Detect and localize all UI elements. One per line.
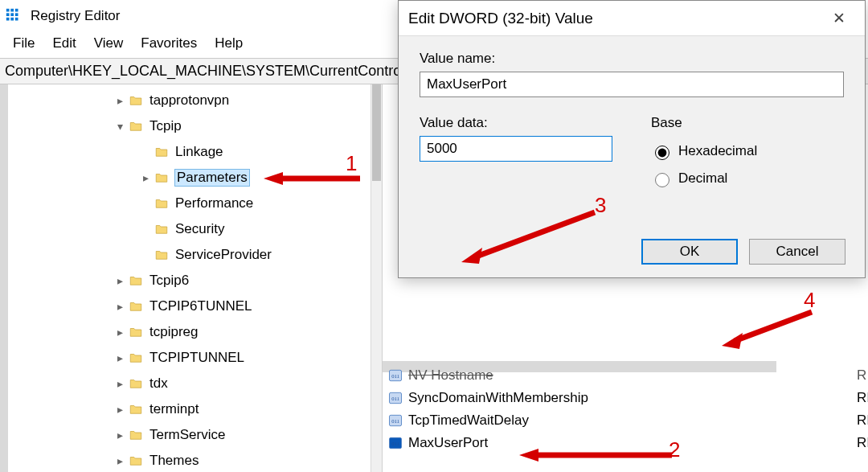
expand-toggle[interactable]: ▸ (114, 377, 125, 390)
tree-item-label: TermService (149, 427, 225, 443)
tree-item[interactable]: ▸TCPIPTUNNEL (0, 345, 371, 371)
tree-item-label: Themes (149, 453, 199, 469)
folder-icon (129, 325, 143, 339)
tree-item-label: Tcpip (149, 118, 182, 134)
tree-item[interactable]: ▸TermService (0, 422, 371, 448)
tree-item[interactable]: ▸tapprotonvpn (0, 88, 371, 113)
svg-text:011: 011 (391, 441, 399, 446)
tree-item[interactable]: Linkage (0, 139, 371, 165)
tree-item-label: terminpt (149, 401, 199, 417)
tree-item-label: Parameters (175, 170, 249, 186)
value-name-field[interactable] (420, 72, 844, 97)
reg-dword-icon: 011 (387, 412, 403, 429)
value-type-prefix: RI (857, 390, 868, 406)
expand-toggle[interactable]: ▸ (114, 403, 125, 416)
value-name: TcpTimedWaitDelay (408, 412, 857, 429)
value-data-label: Value data: (420, 115, 612, 131)
svg-rect-3 (6, 13, 10, 16)
tree-item[interactable]: ▾Tcpip (0, 113, 371, 139)
tree-scrollbar[interactable] (371, 84, 382, 472)
app-grid-icon (5, 7, 23, 25)
tree-item[interactable]: ServiceProvider (0, 242, 371, 268)
radio-dec-label: Decimal (678, 170, 727, 187)
expand-toggle[interactable]: ▾ (114, 120, 125, 133)
close-icon: ✕ (833, 9, 845, 27)
radio-hexadecimal[interactable] (655, 146, 669, 160)
expand-toggle[interactable]: ▸ (114, 429, 125, 441)
tree-item[interactable]: ▸tdx (0, 371, 371, 396)
tree-item-label: Linkage (175, 144, 223, 160)
folder-icon (154, 248, 169, 262)
svg-rect-4 (10, 13, 14, 16)
value-name: SyncDomainWithMembership (408, 390, 857, 406)
menu-file[interactable]: File (6, 34, 41, 53)
radio-decimal[interactable] (655, 173, 669, 187)
cancel-button[interactable]: Cancel (749, 239, 845, 265)
svg-rect-1 (10, 9, 14, 12)
tree-item-label: Performance (175, 195, 253, 211)
folder-icon (154, 145, 169, 159)
tree-item-label: tdx (149, 376, 168, 392)
scroll-thumb[interactable] (372, 84, 381, 181)
tree-item[interactable]: ▸tcpipreg (0, 319, 371, 345)
value-data-field[interactable] (420, 136, 612, 162)
tree-item[interactable]: ▸Parameters (0, 165, 371, 191)
reg-dword-icon: 011 (387, 435, 403, 451)
expand-toggle[interactable]: ▸ (114, 454, 125, 467)
value-row[interactable]: 011NV HostnameR (387, 364, 868, 387)
value-row[interactable]: 011SyncDomainWithMembershipRI (387, 387, 868, 409)
tree-item-label: Security (175, 221, 224, 237)
tree-item-label: tapprotonvpn (149, 92, 229, 109)
dialog-titlebar: Edit DWORD (32-bit) Value ✕ (399, 1, 865, 36)
folder-icon (129, 402, 143, 417)
menu-favorites[interactable]: Favorites (134, 34, 203, 53)
tree-item[interactable]: ▸terminpt (0, 396, 371, 422)
value-type-prefix: RI (857, 435, 868, 451)
svg-rect-2 (15, 9, 18, 12)
svg-rect-8 (15, 18, 18, 21)
value-type-prefix: RI (857, 412, 868, 429)
svg-rect-0 (6, 9, 10, 12)
window-title: Registry Editor (31, 8, 120, 24)
expand-toggle[interactable]: ▸ (114, 274, 125, 287)
tree-item[interactable]: Performance (0, 191, 371, 216)
tree-item[interactable]: Security (0, 216, 371, 242)
folder-icon (154, 170, 169, 185)
svg-rect-6 (6, 18, 10, 21)
value-name: MaxUserPort (408, 435, 857, 451)
expand-toggle[interactable]: ▸ (114, 351, 125, 364)
value-row[interactable]: 011TcpTimedWaitDelayRI (387, 409, 868, 432)
folder-icon (129, 273, 143, 288)
base-group-label: Base (651, 115, 844, 131)
value-row[interactable]: 011MaxUserPortRI (387, 432, 868, 454)
folder-icon (129, 299, 143, 314)
tree-item-label: tcpipreg (149, 324, 198, 340)
expand-toggle[interactable]: ▸ (140, 171, 151, 184)
menu-view[interactable]: View (88, 34, 130, 53)
folder-icon (154, 196, 169, 211)
folder-icon (154, 222, 169, 236)
svg-text:011: 011 (391, 418, 399, 424)
reg-dword-icon: 011 (387, 390, 403, 406)
tree-item[interactable]: ▸Themes (0, 448, 371, 472)
radio-hex-label: Hexadecimal (678, 143, 757, 159)
expand-toggle[interactable]: ▸ (114, 94, 125, 107)
svg-rect-5 (15, 13, 18, 16)
tree-item[interactable]: ▸TCPIP6TUNNEL (0, 293, 371, 319)
edit-dword-dialog: Edit DWORD (32-bit) Value ✕ Value name: … (398, 0, 866, 278)
folder-icon (129, 376, 143, 391)
tree-item[interactable]: ▸Tcpip6 (0, 268, 371, 293)
menu-edit[interactable]: Edit (46, 34, 82, 53)
tree-pane: ▸tapprotonvpn▾TcpipLinkage▸ParametersPer… (0, 84, 383, 472)
dialog-close-button[interactable]: ✕ (823, 6, 855, 31)
tree-item-label: Tcpip6 (149, 273, 189, 289)
value-name: NV Hostname (408, 367, 857, 384)
expand-toggle[interactable]: ▸ (114, 300, 125, 313)
ok-button[interactable]: OK (641, 239, 738, 265)
folder-icon (129, 454, 143, 468)
menu-help[interactable]: Help (208, 34, 249, 53)
expand-toggle[interactable]: ▸ (114, 326, 125, 339)
folder-icon (129, 428, 143, 442)
svg-text:011: 011 (391, 373, 399, 379)
dialog-title: Edit DWORD (32-bit) Value (408, 10, 593, 27)
